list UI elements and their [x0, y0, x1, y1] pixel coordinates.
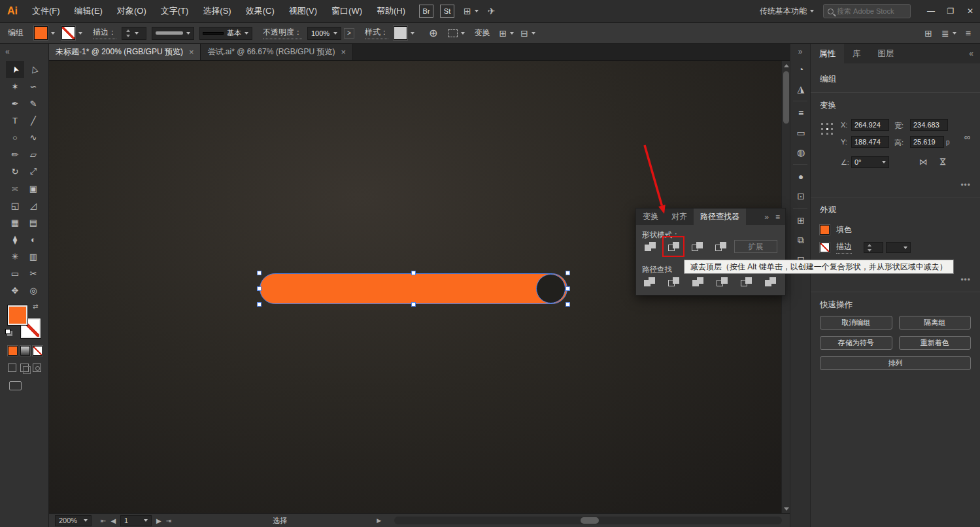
- workspace-switcher[interactable]: 传统基本功能: [760, 6, 814, 17]
- pencil-tool[interactable]: ✏: [6, 146, 24, 163]
- stock-button[interactable]: St: [440, 5, 454, 18]
- transform-label[interactable]: 变换: [474, 27, 490, 39]
- ref-dot[interactable]: [831, 123, 833, 125]
- horizontal-scrollbar[interactable]: [394, 517, 782, 524]
- shape-builder-tool[interactable]: ◱: [6, 197, 24, 214]
- ref-dot[interactable]: [826, 123, 828, 125]
- tab-align[interactable]: 对齐: [665, 209, 694, 225]
- collapse-panel-icon[interactable]: «: [969, 49, 980, 58]
- maximize-button[interactable]: ❐: [941, 3, 960, 20]
- opacity-more-button[interactable]: >: [344, 28, 354, 39]
- divide-button[interactable]: [641, 275, 657, 289]
- fill-label[interactable]: 填色: [836, 224, 852, 235]
- magic-wand-tool[interactable]: ✶: [6, 78, 24, 95]
- isolate-group-button[interactable]: 隔离组: [899, 316, 972, 330]
- menu-object[interactable]: 对象(O): [110, 0, 154, 23]
- intersect-button[interactable]: [688, 239, 705, 254]
- draw-inside-icon[interactable]: [33, 364, 41, 372]
- width-profile-dropdown[interactable]: [152, 27, 194, 40]
- style-label[interactable]: 样式：: [365, 27, 388, 39]
- line-segment-tool[interactable]: ╱: [24, 112, 42, 129]
- blend-tool[interactable]: ◐: [24, 231, 42, 248]
- artboard-number-dropdown[interactable]: 1: [120, 515, 152, 526]
- horizontal-scrollbar-thumb[interactable]: [581, 517, 599, 524]
- stroke-weight-input[interactable]: [864, 242, 883, 253]
- stroke-weight-dropdown[interactable]: [886, 242, 911, 253]
- next-artboard-button[interactable]: ▶: [156, 517, 161, 524]
- fill-color-control[interactable]: [34, 26, 55, 40]
- zoom-tool[interactable]: ◎: [24, 282, 42, 299]
- default-fill-stroke-icon[interactable]: [5, 329, 10, 334]
- align-control[interactable]: ⊞: [499, 28, 514, 39]
- search-input[interactable]: [837, 7, 906, 15]
- tab-libraries[interactable]: 库: [844, 44, 870, 63]
- artboard-tool[interactable]: ▭: [6, 265, 24, 282]
- rotate-tool[interactable]: ↻: [6, 163, 24, 180]
- selection-handle-tr[interactable]: [566, 271, 570, 275]
- previous-artboard-button[interactable]: ◀: [110, 517, 116, 524]
- subtract-circle-shape[interactable]: [536, 274, 566, 303]
- distribute-control[interactable]: ⊟: [520, 28, 535, 39]
- menu-window[interactable]: 窗口(W): [324, 0, 369, 23]
- ellipse-tool[interactable]: ○: [6, 129, 24, 146]
- scroll-up-icon[interactable]: [782, 61, 790, 70]
- brush-definition-dropdown[interactable]: 基本: [199, 27, 252, 40]
- merge-button[interactable]: [690, 275, 705, 289]
- ungroup-button[interactable]: 取消编组: [820, 316, 892, 330]
- pathfinder-panel-icon[interactable]: ⧉: [790, 230, 811, 250]
- ref-dot[interactable]: [821, 133, 823, 135]
- ref-dot[interactable]: [826, 133, 828, 135]
- stroke-weight-label[interactable]: 描边：: [93, 27, 116, 39]
- menu-select[interactable]: 选择(S): [195, 0, 238, 23]
- constrain-proportions-icon[interactable]: ∞: [964, 132, 970, 142]
- ref-dot[interactable]: [821, 128, 823, 130]
- menu-effect[interactable]: 效果(C): [239, 0, 282, 23]
- stroke-color-control[interactable]: [61, 26, 82, 40]
- mesh-tool[interactable]: ▦: [6, 214, 24, 231]
- unite-button[interactable]: [641, 239, 658, 254]
- curvature-tool[interactable]: ✎: [24, 95, 42, 112]
- column-graph-tool[interactable]: ▥: [24, 248, 42, 265]
- menu-edit[interactable]: 编辑(E): [67, 0, 110, 23]
- document-tab-changshi[interactable]: 尝试.ai* @ 66.67% (RGB/GPU 预览) ×: [201, 44, 353, 60]
- stroke-swatch[interactable]: [820, 243, 830, 252]
- minus-back-button[interactable]: [762, 275, 778, 289]
- appearance-panel-icon[interactable]: ●: [790, 167, 811, 186]
- tab-layers[interactable]: 图层: [870, 44, 903, 63]
- ref-dot[interactable]: [831, 128, 833, 130]
- stepper-icon[interactable]: [867, 244, 873, 252]
- save-as-symbol-button[interactable]: 存储为符号: [820, 336, 892, 350]
- height-input[interactable]: 25.619: [910, 136, 944, 148]
- eyedropper-tool[interactable]: ⧫: [6, 231, 24, 248]
- shape-panel-icon[interactable]: ◮: [790, 79, 811, 99]
- paintbrush-tool[interactable]: ∿: [24, 129, 42, 146]
- status-menu-icon[interactable]: ▶: [377, 517, 381, 524]
- pen-tool[interactable]: ✒: [6, 95, 24, 112]
- panel-menu-icon[interactable]: ≡: [772, 212, 785, 222]
- arrange-documents-control[interactable]: ⊞: [464, 6, 479, 16]
- selection-handle-tm[interactable]: [411, 271, 416, 275]
- gradient-tool[interactable]: ▤: [24, 214, 42, 231]
- stock-search-box[interactable]: [823, 4, 911, 18]
- tab-properties[interactable]: 属性: [811, 44, 844, 63]
- orange-pill-shape[interactable]: [260, 273, 567, 304]
- menu-file[interactable]: 文件(F): [25, 0, 67, 23]
- color-panel-icon[interactable]: ◔: [790, 60, 811, 79]
- close-tab-icon[interactable]: ×: [341, 47, 346, 57]
- export-panel-icon[interactable]: ⊡: [790, 186, 811, 206]
- collapse-panel-icon[interactable]: «: [5, 47, 10, 56]
- fill-proxy-swatch[interactable]: [8, 305, 27, 325]
- selection-handle-tl[interactable]: [257, 271, 262, 275]
- selection-handle-bl[interactable]: [257, 302, 262, 307]
- fill-swatch[interactable]: [34, 26, 48, 40]
- selection-handle-bm[interactable]: [411, 302, 416, 307]
- stroke-label[interactable]: 描边: [836, 241, 852, 254]
- trim-button[interactable]: [666, 275, 681, 289]
- style-dropdown[interactable]: [394, 26, 414, 40]
- opacity-input[interactable]: 100%: [307, 27, 341, 40]
- free-transform-tool[interactable]: ▣: [24, 180, 42, 197]
- first-artboard-button[interactable]: ⇤: [101, 517, 106, 524]
- width-input[interactable]: 234.683: [910, 119, 948, 131]
- tab-pathfinder[interactable]: 路径查找器: [694, 209, 746, 225]
- tab-transform[interactable]: 变换: [636, 209, 665, 225]
